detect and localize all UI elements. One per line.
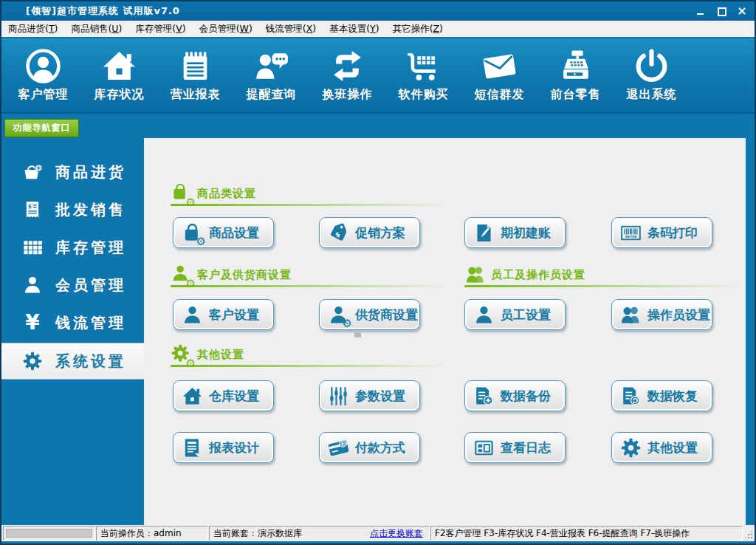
status-bar: 当前操作员：admin 当前账套：演示数据库 点击更换账套 F2客户管理 F3-… bbox=[1, 525, 755, 541]
menu-item-goods-purchase[interactable]: 商品进货(T) bbox=[1, 23, 64, 35]
button-label: 报表设计 bbox=[209, 439, 259, 456]
toolbar-software-purchase[interactable]: 软件购买 bbox=[385, 38, 461, 103]
status-shortcuts: F2客户管理 F3-库存状况 F4-营业报表 F6-提醒查询 F7-换班操作 bbox=[430, 526, 743, 541]
toolbar-pos-retail[interactable]: 前台零售 bbox=[537, 38, 614, 103]
section-staff-operator-settings: 员工及操作员设置 bbox=[464, 262, 743, 287]
toolbar-label: 提醒查询 bbox=[247, 87, 297, 103]
nav-panel-tag: 功能导航窗口 bbox=[4, 119, 79, 137]
sidebar-item-members[interactable]: 会员管理 bbox=[1, 267, 144, 303]
sidebar-item-goods-purchase[interactable]: 商品进货 bbox=[1, 154, 144, 190]
person-icon bbox=[21, 275, 44, 295]
menu-item-inventory[interactable]: 库存管理(V) bbox=[128, 23, 192, 35]
menu-item-members[interactable]: 会员管理(W) bbox=[193, 23, 259, 35]
menu-item-other-operations[interactable]: 其它操作(Z) bbox=[386, 23, 450, 35]
report-doc-icon bbox=[182, 437, 203, 459]
section-title: 员工及操作员设置 bbox=[491, 268, 585, 282]
svg-text:$: $ bbox=[28, 203, 32, 210]
menu-item-goods-sales[interactable]: 商品销售(U) bbox=[64, 23, 128, 35]
button-goods-settings[interactable]: ⚙ 商品设置 bbox=[173, 217, 274, 248]
button-initial-accounts[interactable]: 期初建账 bbox=[464, 217, 566, 248]
toolbar-label: 库存状况 bbox=[94, 87, 145, 103]
button-label: 供货商设置 bbox=[355, 306, 418, 323]
power-icon bbox=[633, 47, 670, 85]
gear-icon bbox=[620, 437, 642, 459]
toolbar-label: 短信群发 bbox=[475, 87, 525, 103]
section-title: 其他设置 bbox=[197, 348, 244, 362]
button-label: 其他设置 bbox=[647, 439, 698, 456]
sliders-icon bbox=[328, 385, 349, 407]
sidebar-item-label: 会员管理 bbox=[55, 275, 126, 295]
status-account: 当前账套：演示数据库 点击更换账套 bbox=[209, 526, 430, 541]
sidebar-item-label: 批发销售 bbox=[55, 200, 126, 220]
button-other-settings[interactable]: 其他设置 bbox=[611, 432, 712, 463]
people-icon bbox=[464, 264, 487, 286]
button-warehouse-settings[interactable]: 仓库设置 bbox=[173, 380, 274, 411]
sidebar-item-cashflow[interactable]: ¥ 钱流管理 bbox=[1, 305, 144, 340]
button-label: 仓库设置 bbox=[209, 388, 259, 405]
toolbar-exit-system[interactable]: 退出系统 bbox=[614, 38, 690, 103]
button-label: 期初建账 bbox=[501, 224, 551, 241]
button-barcode-print[interactable]: 98758 条码打印 bbox=[611, 217, 712, 248]
button-label: 数据备份 bbox=[501, 388, 551, 405]
main-content: ⚙ 商品类设置 ⚙ 商品设置 $ 促销方案 期初建账 98758 条码打印 bbox=[144, 138, 746, 525]
button-label: 付款方式 bbox=[355, 439, 405, 456]
toolbar-shift-change[interactable]: 换班操作 bbox=[309, 38, 385, 103]
body-area: 功能导航窗口 商品进货 $ 批发销售 库存管理 会员管理 ¥ 钱流管理 系统设置 bbox=[1, 114, 755, 525]
switch-account-link[interactable]: 点击更换账套 bbox=[370, 527, 423, 540]
section-underline bbox=[171, 285, 451, 287]
button-employee-settings[interactable]: 员工设置 bbox=[464, 299, 566, 330]
sidebar-item-wholesale-sales[interactable]: $ 批发销售 bbox=[1, 192, 144, 227]
doc-pen-icon bbox=[473, 222, 495, 244]
button-label: 客户设置 bbox=[209, 306, 259, 323]
button-report-design[interactable]: 报表设计 bbox=[173, 432, 274, 463]
button-label: 操作员设置 bbox=[647, 306, 710, 323]
sidebar-item-label: 库存管理 bbox=[55, 238, 126, 258]
button-view-logs[interactable]: 查看日志 bbox=[464, 432, 566, 463]
button-parameter-settings[interactable]: 参数设置 bbox=[319, 380, 420, 411]
button-supplier-settings[interactable]: ⚙ 供货商设置 bbox=[319, 299, 420, 330]
credit-card-icon bbox=[328, 437, 349, 459]
button-data-restore[interactable]: 数据恢复 bbox=[611, 380, 712, 411]
toolbar-reminder-query[interactable]: 提醒查询 bbox=[233, 38, 309, 103]
section-other-settings: ⚙ 其他设置 bbox=[171, 342, 451, 367]
menu-item-basic-settings[interactable]: 基本设置(Y) bbox=[323, 23, 385, 35]
sync-arrows-icon bbox=[329, 47, 365, 85]
button-payment-method[interactable]: 付款方式 bbox=[319, 432, 420, 463]
button-label: 员工设置 bbox=[501, 306, 551, 323]
button-operator-settings[interactable]: 操作员设置 bbox=[611, 299, 712, 330]
toolbar-customer-management[interactable]: 客户管理 bbox=[5, 38, 81, 103]
toolbar-label: 前台零售 bbox=[551, 87, 601, 103]
button-customer-settings[interactable]: 客户设置 bbox=[173, 299, 274, 330]
toolbar-business-reports[interactable]: 营业报表 bbox=[157, 38, 233, 103]
person-icon bbox=[182, 304, 203, 326]
envelope-icon bbox=[481, 47, 518, 85]
button-data-backup[interactable]: 数据备份 bbox=[464, 380, 566, 411]
resize-grip[interactable] bbox=[743, 529, 753, 539]
button-label: 促销方案 bbox=[355, 224, 405, 241]
close-icon[interactable]: × bbox=[737, 6, 747, 16]
doc-plus-icon bbox=[473, 385, 495, 407]
section-underline bbox=[171, 204, 451, 206]
minimize-icon[interactable] bbox=[695, 6, 706, 16]
button-label: 数据恢复 bbox=[647, 388, 698, 405]
window-controls: × bbox=[695, 1, 747, 21]
menu-bar: 商品进货(T) 商品销售(U) 库存管理(V) 会员管理(W) 钱流管理(X) … bbox=[1, 21, 755, 38]
toolbar-label: 营业报表 bbox=[171, 87, 221, 103]
menu-item-cashflow[interactable]: 钱流管理(X) bbox=[259, 23, 323, 35]
toolbar-sms-broadcast[interactable]: 短信群发 bbox=[461, 38, 537, 103]
button-promotion-plan[interactable]: $ 促销方案 bbox=[319, 217, 420, 248]
maximize-icon[interactable] bbox=[716, 6, 726, 16]
person-gear-icon: ⚙ bbox=[328, 304, 349, 326]
sidebar-item-inventory[interactable]: 库存管理 bbox=[1, 230, 144, 265]
toolbar-inventory-status[interactable]: 库存状况 bbox=[81, 38, 157, 103]
status-empty-box bbox=[6, 529, 92, 538]
toolbar-label: 客户管理 bbox=[18, 87, 69, 103]
main-toolbar: 客户管理 库存状况 营业报表 提醒查询 换班操作 软件购买 短信群发 前台零售 bbox=[1, 38, 755, 114]
gear-icon bbox=[21, 351, 44, 371]
window-title: [领智]超市管理系统 试用版v7.0 bbox=[26, 4, 180, 18]
section-goods-settings: ⚙ 商品类设置 bbox=[171, 181, 451, 206]
decorative-dot bbox=[354, 332, 361, 337]
status-empty-panel bbox=[3, 526, 95, 541]
person-gear-icon: ⚙ bbox=[171, 264, 193, 286]
home-icon bbox=[101, 47, 137, 85]
